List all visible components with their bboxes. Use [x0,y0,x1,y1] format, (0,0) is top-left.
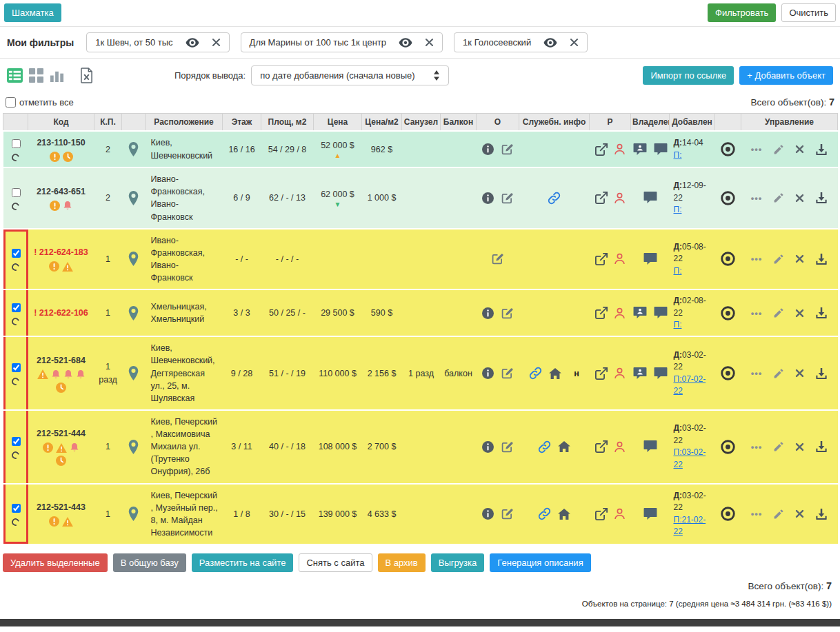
dots-icon[interactable]: ••• [751,442,763,451]
download-icon[interactable] [815,192,828,204]
clear-button[interactable]: Очистить [781,3,836,22]
info-icon[interactable] [482,441,494,453]
download-icon[interactable] [815,508,828,520]
published-link[interactable]: П: [674,150,682,160]
generate-description-button[interactable]: Генерация описания [490,553,590,572]
close-x-icon[interactable] [795,254,804,263]
publish-site-button[interactable]: Разместить на сайте [192,553,294,572]
published-link[interactable]: П: [674,205,682,214]
chat-icon[interactable] [654,307,668,319]
map-pin-icon[interactable] [128,252,139,266]
external-icon[interactable] [595,307,608,319]
home-icon[interactable] [558,509,570,520]
pencil-icon[interactable] [773,144,784,155]
published-link[interactable]: П: [674,266,682,276]
row-checkbox[interactable] [12,504,21,513]
sort-order-select[interactable]: по дате добавления (сначала новые) [251,65,448,85]
excel-export-icon[interactable] [80,68,93,83]
close-x-icon[interactable] [795,194,804,203]
chat-person-icon[interactable] [633,307,647,319]
download-icon[interactable] [815,143,828,156]
pencil-icon[interactable] [773,368,784,379]
row-checkbox[interactable] [12,303,21,312]
export-button[interactable]: Выгрузка [431,553,485,572]
edit-icon[interactable] [501,367,514,380]
chat-icon[interactable] [643,440,657,453]
dots-icon[interactable]: ••• [751,254,763,263]
map-pin-icon[interactable] [128,366,139,380]
download-icon[interactable] [815,440,828,453]
camera-icon[interactable] [721,191,735,205]
edit-icon[interactable] [491,252,504,265]
home-icon[interactable] [549,368,561,379]
close-icon[interactable] [212,38,221,47]
info-icon[interactable] [482,192,494,204]
dots-icon[interactable]: ••• [751,509,763,518]
chat-icon[interactable] [643,192,657,204]
map-pin-icon[interactable] [128,306,139,320]
camera-icon[interactable] [721,366,735,380]
select-all-checkbox[interactable] [6,97,16,108]
list-view-icon[interactable] [7,68,23,83]
close-x-icon[interactable] [795,309,804,318]
to-common-base-button[interactable]: В общую базу [113,553,186,572]
person-icon[interactable] [614,143,625,155]
chat-icon[interactable] [643,253,657,265]
close-icon[interactable] [425,38,434,47]
edit-icon[interactable] [501,307,514,320]
chat-person-icon[interactable] [633,367,647,380]
status-circle-icon[interactable] [10,376,21,387]
edit-icon[interactable] [501,440,514,453]
download-icon[interactable] [815,307,828,319]
edit-icon[interactable] [501,143,514,156]
close-x-icon[interactable] [795,509,804,518]
status-circle-icon[interactable] [10,517,21,527]
import-by-link-button[interactable]: Импорт по ссылке [643,66,734,85]
link-icon[interactable] [529,367,542,380]
person-icon[interactable] [614,192,625,204]
dots-icon[interactable]: ••• [751,145,763,154]
map-pin-icon[interactable] [128,191,139,205]
pencil-icon[interactable] [773,254,784,265]
dots-icon[interactable]: ••• [751,369,763,378]
person-icon[interactable] [614,367,625,379]
close-x-icon[interactable] [795,442,804,451]
eye-icon[interactable] [186,38,199,48]
published-link[interactable]: П:07-02-22 [674,374,706,396]
close-x-icon[interactable] [795,369,804,378]
chat-icon[interactable] [643,508,657,520]
close-icon[interactable] [570,38,579,47]
dots-icon[interactable]: ••• [751,194,763,203]
add-object-button[interactable]: + Добавить объект [739,66,833,85]
chat-icon[interactable] [654,143,668,156]
chat-person-icon[interactable] [633,143,647,156]
pencil-icon[interactable] [773,307,784,318]
published-link[interactable]: П:03-02-22 [674,447,706,469]
pencil-icon[interactable] [773,192,784,203]
link-icon[interactable] [538,440,551,453]
status-circle-icon[interactable] [10,152,21,163]
chart-view-icon[interactable] [50,68,64,83]
person-icon[interactable] [614,253,625,265]
row-checkbox[interactable] [12,188,21,197]
published-link[interactable]: П:21-02-22 [674,515,706,536]
camera-icon[interactable] [721,507,735,521]
person-icon[interactable] [614,307,625,319]
camera-icon[interactable] [721,252,735,266]
map-pin-icon[interactable] [128,507,139,521]
edit-icon[interactable] [501,192,514,205]
external-icon[interactable] [595,440,608,453]
pencil-icon[interactable] [773,441,784,452]
download-icon[interactable] [815,253,828,265]
edit-icon[interactable] [501,507,514,520]
unpublish-site-button[interactable]: Снять с сайта [299,553,372,572]
external-icon[interactable] [595,508,608,520]
person-icon[interactable] [614,508,625,520]
camera-icon[interactable] [721,306,735,320]
archive-button[interactable]: В архив [378,553,426,572]
eye-icon[interactable] [543,38,557,48]
camera-icon[interactable] [721,142,735,156]
status-circle-icon[interactable] [10,450,21,460]
external-icon[interactable] [595,367,608,380]
info-icon[interactable] [482,307,494,319]
